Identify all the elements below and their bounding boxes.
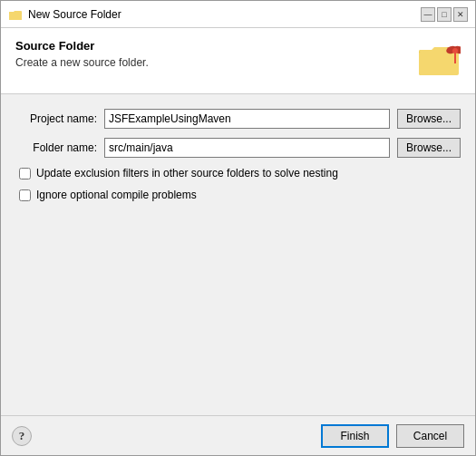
- folder-name-row: Folder name: Browse...: [15, 138, 461, 158]
- checkbox1-row: Update exclusion filters in other source…: [19, 167, 461, 179]
- project-name-row: Project name: Browse...: [15, 109, 461, 129]
- window-title: New Source Folder: [28, 8, 421, 21]
- finish-button[interactable]: Finish: [321, 424, 389, 448]
- project-browse-button[interactable]: Browse...: [397, 109, 461, 129]
- svg-rect-1: [9, 13, 22, 20]
- folder-browse-button[interactable]: Browse...: [397, 138, 461, 158]
- close-button[interactable]: ✕: [453, 7, 468, 22]
- folder-name-label: Folder name:: [15, 141, 97, 154]
- dialog-window: New Source Folder — □ ✕ Source Folder Cr…: [0, 0, 476, 456]
- svg-rect-7: [454, 53, 456, 63]
- project-name-input[interactable]: [104, 109, 390, 129]
- source-folder-icon: [417, 39, 461, 82]
- ignore-compile-label[interactable]: Ignore optional compile problems: [36, 189, 197, 201]
- ignore-compile-checkbox[interactable]: [19, 189, 31, 201]
- help-button[interactable]: ?: [12, 426, 32, 446]
- header-title: Source Folder: [15, 39, 149, 53]
- content-spacer: [15, 210, 461, 401]
- project-name-label: Project name:: [15, 112, 97, 125]
- cancel-button[interactable]: Cancel: [396, 424, 464, 448]
- header-subtitle: Create a new source folder.: [15, 56, 149, 69]
- window-controls: — □ ✕: [421, 7, 468, 22]
- content-area: Project name: Browse... Folder name: Bro…: [1, 94, 475, 415]
- footer-left: ?: [12, 426, 32, 446]
- folder-name-input[interactable]: [104, 138, 390, 158]
- maximize-button[interactable]: □: [437, 7, 452, 22]
- footer-right: Finish Cancel: [321, 424, 464, 448]
- update-exclusion-checkbox[interactable]: [19, 168, 31, 179]
- titlebar: New Source Folder — □ ✕: [1, 1, 475, 28]
- minimize-button[interactable]: —: [421, 7, 435, 22]
- update-exclusion-label[interactable]: Update exclusion filters in other source…: [36, 167, 338, 179]
- svg-rect-3: [419, 52, 459, 75]
- footer: ? Finish Cancel: [1, 415, 475, 455]
- header-section: Source Folder Create a new source folder…: [1, 28, 475, 94]
- checkbox2-row: Ignore optional compile problems: [19, 189, 461, 201]
- header-text: Source Folder Create a new source folder…: [15, 39, 149, 69]
- window-icon: [8, 7, 23, 22]
